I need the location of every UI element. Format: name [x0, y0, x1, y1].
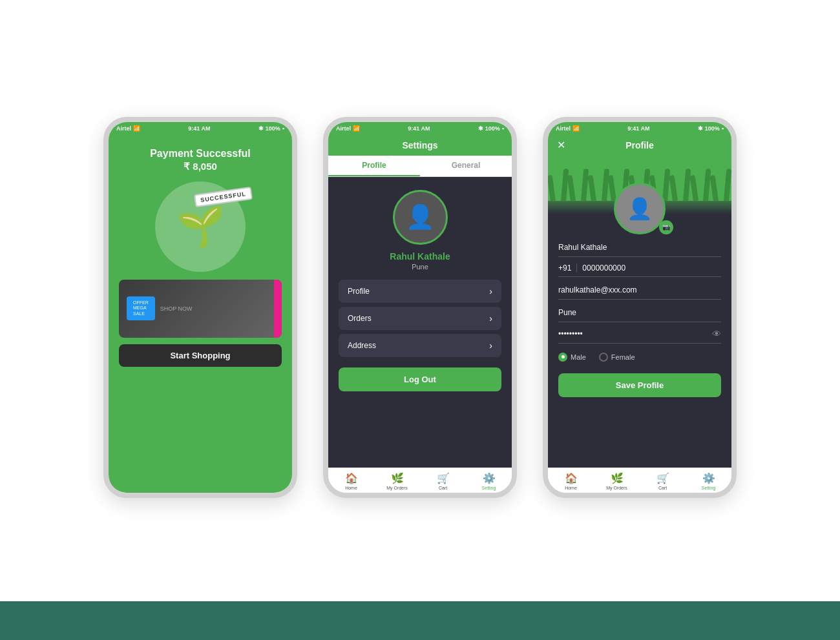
home-icon-3: 🏠 [565, 472, 578, 484]
email-input[interactable] [558, 285, 721, 294]
home-icon-2: 🏠 [345, 472, 358, 484]
country-code: +91 [558, 263, 577, 273]
profile-avatar-3: 👤 [614, 183, 666, 234]
grass-blade [703, 168, 711, 200]
nav-home-label-2: Home [345, 486, 357, 490]
wifi-icon-3: 📶 [572, 125, 580, 132]
screen2-phone: Airtel 📶 9:41 AM ✱ 100% ▪ Settings Profi… [323, 117, 517, 498]
nav-setting-3[interactable]: ⚙️ Setting [686, 472, 731, 490]
eye-icon[interactable]: 👁 [712, 329, 721, 339]
profile-header-title: Profile [625, 140, 654, 150]
success-circle: 🌱 SUCCESSFUL [155, 181, 246, 272]
grass-blade [587, 174, 596, 200]
setting-icon-2: ⚙️ [483, 472, 496, 484]
name-field [558, 241, 721, 257]
nav-cart-label-3: Cart [658, 486, 667, 490]
nav-home-label-3: Home [565, 486, 577, 490]
profile-name-2: Rahul Kathale [390, 251, 450, 262]
settings-menu-list: Profile › Orders › Address › [339, 280, 501, 357]
menu-label-profile: Profile [348, 287, 370, 296]
grass-blade [602, 168, 609, 200]
logout-button[interactable]: Log Out [339, 367, 501, 391]
payment-title: Payment Successful [150, 148, 251, 160]
grass-blade [669, 174, 678, 200]
bottom-nav-3: 🏠 Home 🌿 My Orders 🛒 Cart ⚙️ Setting [548, 468, 731, 493]
grass-blade [608, 174, 616, 200]
nav-cart-label-2: Cart [439, 486, 447, 490]
name-input[interactable] [558, 243, 721, 252]
nav-cart-3[interactable]: 🛒 Cart [640, 472, 686, 490]
status-left-3: Airtel 📶 [556, 125, 580, 132]
wifi-icon-1: 📶 [133, 125, 140, 132]
payment-amount: ₹ 8,050 [184, 161, 217, 172]
phone-input[interactable] [582, 263, 721, 273]
gender-female-label: Female [611, 353, 635, 361]
status-bar-1: Airtel 📶 9:41 AM ✱ 100% ▪ [109, 122, 292, 135]
settings-title: Settings [339, 140, 501, 150]
offer-sub3: SHOP NOW [160, 305, 193, 312]
nav-orders-label-3: My Orders [606, 486, 627, 490]
gender-male-option[interactable]: Male [558, 353, 586, 362]
nav-home-3[interactable]: 🏠 Home [548, 472, 594, 490]
menu-item-orders[interactable]: Orders › [339, 307, 501, 330]
profile-city-2: Pune [412, 263, 428, 271]
battery-1: 100% [266, 125, 280, 132]
status-left-1: Airtel 📶 [116, 125, 140, 132]
screen3-phone: Airtel 📶 9:41 AM ✱ 100% ▪ ✕ Profile [543, 117, 737, 498]
arrow-icon-address: › [489, 340, 492, 351]
nav-home-2[interactable]: 🏠 Home [328, 472, 374, 490]
battery-2: 100% [485, 125, 500, 132]
status-right-3: ✱ 100% ▪ [698, 125, 724, 132]
time-1: 9:41 AM [188, 125, 210, 132]
email-field-row [558, 284, 721, 300]
time-3: 9:41 AM [627, 125, 649, 132]
profile-header: ✕ Profile [548, 135, 731, 156]
status-left-2: Airtel 📶 [336, 125, 360, 132]
radio-female [599, 353, 608, 362]
menu-item-address[interactable]: Address › [339, 334, 501, 357]
offer-tag: OFFER MEGA SALE [127, 296, 155, 320]
menu-item-profile[interactable]: Profile › [339, 280, 501, 303]
radio-male [558, 353, 567, 362]
city-field-row [558, 306, 721, 322]
settings-tabs: Profile General [328, 156, 512, 177]
status-right-2: ✱ 100% ▪ [478, 125, 504, 132]
offer-bg: OFFER MEGA SALE SHOP NOW [119, 280, 282, 338]
city-input[interactable] [558, 308, 721, 317]
cart-icon-3: 🛒 [656, 472, 669, 484]
offer-sub2: SALE [133, 311, 149, 316]
close-button[interactable]: ✕ [557, 139, 565, 151]
nav-cart-2[interactable]: 🛒 Cart [420, 472, 466, 490]
nav-orders-3[interactable]: 🌿 My Orders [594, 472, 640, 490]
nav-orders-2[interactable]: 🌿 My Orders [374, 472, 420, 490]
payment-screen-body: Payment Successful ₹ 8,050 🌱 SUCCESSFUL … [109, 135, 292, 493]
gender-female-option[interactable]: Female [599, 353, 635, 362]
bottom-bar [0, 601, 840, 640]
tab-general[interactable]: General [420, 156, 512, 176]
settings-body: 👤 Rahul Kathale Pune Profile › Orders › … [328, 177, 512, 468]
nav-orders-label-2: My Orders [386, 486, 408, 490]
bluetooth-icon-2: ✱ [478, 125, 483, 132]
camera-button[interactable]: 📷 [659, 220, 673, 234]
offer-banner: OFFER MEGA SALE SHOP NOW [119, 280, 282, 338]
nav-setting-2[interactable]: ⚙️ Setting [466, 472, 512, 490]
profile-cover: 👤 📷 [548, 156, 731, 214]
status-right-1: ✱ 100% ▪ [258, 125, 284, 132]
grass-blade [561, 168, 569, 200]
main-area: Airtel 📶 9:41 AM ✱ 100% ▪ Payment Succes… [0, 0, 840, 601]
grass-blade [689, 174, 698, 200]
battery-3: 100% [705, 125, 720, 132]
save-profile-button[interactable]: Save Profile [558, 373, 721, 397]
grass-blade [548, 174, 556, 200]
grass-blade [662, 168, 670, 200]
settings-header: Settings [328, 135, 512, 156]
carrier-2: Airtel [336, 125, 351, 132]
tab-profile[interactable]: Profile [328, 156, 420, 176]
nav-setting-label-2: Setting [482, 486, 496, 490]
bluetooth-icon-3: ✱ [698, 125, 703, 132]
arrow-icon-profile: › [489, 286, 492, 296]
start-shopping-button[interactable]: Start Shopping [119, 344, 282, 367]
bottom-nav-2: 🏠 Home 🌿 My Orders 🛒 Cart ⚙️ Setting [328, 468, 512, 493]
setting-icon-3: ⚙️ [702, 472, 715, 484]
password-input[interactable] [558, 329, 712, 338]
